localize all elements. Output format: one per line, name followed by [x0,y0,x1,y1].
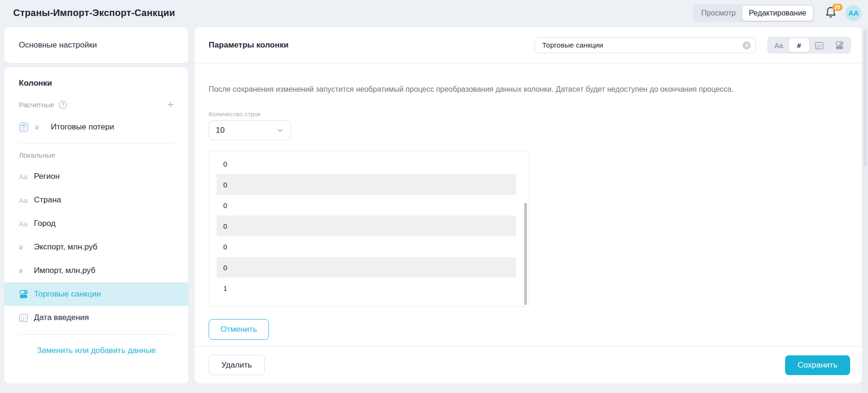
sidebar-item-general-settings[interactable]: Основные настройки [4,27,188,63]
replace-data-link[interactable]: Заменить или добавить данные [4,346,188,355]
sidebar-item-import[interactable]: # Импорт, млн,руб [4,259,188,282]
sidebar-item-trade-sanctions[interactable]: Торговые санкции [4,282,188,306]
sidebar-divider [19,334,174,335]
sidebar-item-country[interactable]: Aa Страна [4,188,188,212]
column-params-panel: Параметры колонки Aa # [195,27,862,384]
type-number-button[interactable]: # [789,38,809,52]
irreversible-process-warning: После сохранения изменений запустится не… [209,85,848,94]
table-scrollbar[interactable] [524,203,527,305]
page-scrollbar[interactable] [862,26,868,393]
calculated-group-header: Расчетные ? + [4,98,188,111]
string-type-icon: Aa [19,173,34,181]
type-date-button[interactable] [809,38,829,52]
sidebar: Основные настройки Колонки Расчетные ? + [4,27,188,384]
sidebar-item-calculated-0[interactable]: # Итоговые потери [4,115,188,139]
add-column-button[interactable]: + [167,100,174,109]
field-name: Торговые санкции [34,289,101,299]
page-scrollbar-thumb[interactable] [863,30,867,166]
data-preview-table: 0 0 0 0 0 0 1 [209,151,529,307]
sidebar-item-city[interactable]: Aa Город [4,212,188,235]
field-name: Дата введения [34,313,89,322]
notifications-badge: 20 [832,4,843,11]
sidebar-divider [19,144,174,144]
boolean-type-icon [835,41,844,50]
panel-title: Параметры колонки [209,40,289,50]
delete-button[interactable]: Удалить [209,355,265,375]
field-name: Итоговые потери [51,122,114,132]
field-name: Импорт, млн,руб [34,266,95,275]
rows-count-select[interactable]: 10 [209,120,291,140]
local-group-label: Локальные [19,151,55,159]
field-name: Страна [34,195,61,205]
calculator-icon [19,122,35,132]
chevron-down-icon [276,127,284,134]
number-type-icon: # [19,267,34,275]
rows-count-value: 10 [216,126,225,135]
string-type-icon: Aa [19,196,34,204]
rows-count-label: Количество строк [209,111,848,118]
columns-panel-title: Колонки [4,79,188,88]
mode-edit-button[interactable]: Редактирование [742,6,813,21]
column-type-switch: Aa # [767,37,851,54]
number-type-icon: # [19,243,34,251]
calendar-icon [815,41,824,50]
field-name: Регион [34,172,60,181]
table-row: 0 [217,257,516,278]
field-name: Город [34,219,56,228]
type-boolean-button[interactable] [829,38,850,52]
string-type-icon: Aa [19,220,34,228]
clear-input-icon[interactable] [742,41,751,50]
sidebar-item-region[interactable]: Aa Регион [4,165,188,188]
table-row: 0 [217,153,516,174]
column-name-input[interactable] [535,37,756,53]
panel-header: Параметры колонки Aa # [195,27,862,64]
number-type-icon: # [35,123,51,131]
sidebar-item-export[interactable]: # Экспорт, млн.руб [4,235,188,259]
table-row: 1 [217,278,516,298]
calculated-group-label: Расчетные [19,101,54,109]
type-string-button[interactable]: Aa [769,38,789,52]
field-name: Экспорт, млн.руб [34,242,97,252]
sidebar-item-date[interactable]: Дата введения [4,306,188,329]
page-title: Страны-Импорт-Экспорт-Санкции [13,8,175,18]
table-row: 0 [217,174,516,195]
table-row: 0 [217,236,516,257]
mode-switch: Просмотр Редактирование [693,4,814,22]
local-group-header: Локальные [4,149,188,161]
help-icon[interactable]: ? [58,100,67,109]
table-row: 0 [217,195,516,216]
boolean-type-icon [19,289,34,299]
notifications-button[interactable]: 20 [825,6,839,21]
calendar-icon [19,313,34,322]
table-row: 0 [217,216,516,236]
cancel-button[interactable]: Отменить [209,319,269,340]
svg-text:?: ? [62,102,65,107]
mode-view-button[interactable]: Просмотр [695,6,742,21]
top-header: Страны-Импорт-Экспорт-Санкции Просмотр Р… [0,0,868,26]
columns-panel: Колонки Расчетные ? + [4,67,188,384]
save-button[interactable]: Сохранить [785,355,850,375]
panel-footer: Удалить Сохранить [195,346,862,384]
avatar[interactable]: AA [845,5,861,21]
